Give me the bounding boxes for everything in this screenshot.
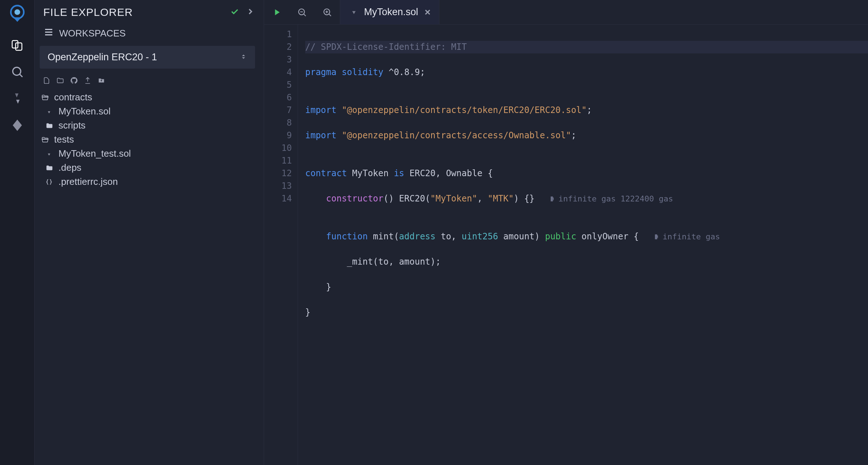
folder-scripts[interactable]: scripts [41,118,257,132]
updown-caret-icon [240,52,247,62]
file-tree: contracts MyToken.sol scripts tests MyTo… [35,90,264,189]
workspace-selector[interactable]: OpenZeppelin ERC20 - 1 [40,46,255,69]
upload-icon[interactable] [84,77,93,86]
json-file-icon [45,178,55,186]
file-prettier[interactable]: .prettierrc.json [41,175,257,189]
file-mytoken[interactable]: MyToken.sol [41,104,257,118]
menu-icon[interactable] [43,27,54,40]
workspace-selected: OpenZeppelin ERC20 - 1 [48,52,157,63]
file-explorer-icon[interactable] [9,37,26,53]
workspace-actions [35,74,264,90]
solidity-file-icon [349,6,359,18]
editor-area: MyToken.sol × 1 2 3 4 5 6 7 8 9 10 11 12… [264,0,868,465]
new-file-icon[interactable] [43,77,52,86]
new-folder-icon[interactable] [56,77,66,86]
search-icon[interactable] [9,64,26,80]
zoom-out-icon[interactable] [289,0,315,24]
github-icon[interactable] [70,77,79,86]
editor-topbar: MyToken.sol × [264,0,868,25]
file-mytoken-test[interactable]: MyToken_test.sol [41,147,257,161]
tab-title: MyToken.sol [364,6,418,18]
panel-header: FILE EXPLORER [35,0,264,25]
gas-hint: infinite gas 1222400 gas [549,192,673,205]
code-content[interactable]: // SPDX-License-Identifier: MIT pragma s… [298,25,868,465]
solidity-file-icon [45,108,55,115]
svg-point-1 [14,9,20,15]
workspaces-row: WORKSPACES [35,25,264,46]
folder-open-icon [41,136,51,144]
folder-deps[interactable]: .deps [41,161,257,175]
folder-icon [45,122,55,130]
app-logo [7,4,27,24]
deploy-run-icon[interactable] [9,117,26,134]
folder-open-icon [41,94,51,101]
side-panel: FILE EXPLORER WORKSPACES OpenZeppelin ER… [35,0,264,465]
chevron-right-icon[interactable] [246,7,255,18]
workspaces-label: WORKSPACES [59,28,126,39]
load-icon[interactable] [97,77,107,86]
check-icon[interactable] [230,7,239,18]
solidity-compiler-icon[interactable] [9,90,26,107]
folder-icon [45,164,55,172]
editor-tab[interactable]: MyToken.sol × [340,0,439,24]
solidity-file-icon [45,150,55,157]
code-editor[interactable]: 1 2 3 4 5 6 7 8 9 10 11 12 13 14 // SPDX… [264,25,868,465]
line-gutter: 1 2 3 4 5 6 7 8 9 10 11 12 13 14 [264,25,298,465]
svg-rect-3 [16,43,22,51]
folder-tests[interactable]: tests [41,132,257,147]
svg-rect-2 [12,40,18,48]
panel-title: FILE EXPLORER [43,6,133,18]
gas-hint: infinite gas [653,230,720,243]
run-icon[interactable] [264,0,289,24]
folder-contracts[interactable]: contracts [41,90,257,104]
vertical-icon-bar [0,0,35,465]
svg-point-4 [13,67,21,75]
close-icon[interactable]: × [425,6,430,18]
zoom-in-icon[interactable] [315,0,340,24]
